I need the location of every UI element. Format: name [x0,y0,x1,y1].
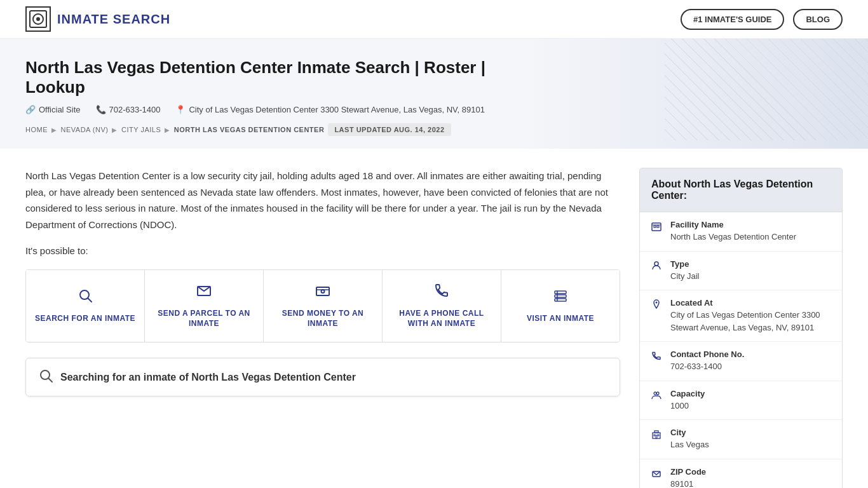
breadcrumb-current: NORTH LAS VEGAS DETENTION CENTER [174,126,325,133]
possible-text: It's possible to: [25,243,620,259]
breadcrumb-sep-3: ▶ [165,126,170,133]
svg-rect-27 [656,435,657,438]
money-icon [315,283,330,302]
action-card-phone-label: HAVE A PHONE CALL WITH AN INMATE [389,308,494,330]
location-info: 📍 City of Las Vegas Detention Center 330… [175,105,484,114]
phone-call-icon [434,283,449,302]
svg-point-19 [654,262,658,266]
svg-rect-24 [654,431,658,433]
last-updated-badge: LAST UPDATED AUG. 14, 2022 [328,123,451,136]
page-title: North Las Vegas Detention Center Inmate … [25,58,534,97]
sidebar-field-capacity: Capacity 1000 [640,381,842,421]
breadcrumb-sep-2: ▶ [112,126,118,133]
svg-rect-17 [657,226,659,227]
sidebar-field-zip: ZIP Code 89101 [640,459,842,489]
sidebar-field-city: City Las Vegas [640,420,842,459]
action-card-search[interactable]: SEARCH FOR AN INMATE [26,270,145,342]
action-card-money[interactable]: SEND MONEY TO AN INMATE [264,270,383,342]
svg-point-22 [656,392,659,395]
sidebar-card: About North Las Vegas Detention Center: … [639,168,843,488]
action-card-phone[interactable]: HAVE A PHONE CALL WITH AN INMATE [383,270,501,342]
type-label: Type [670,259,700,269]
phone-value: 702-633-1400 [670,360,744,373]
location-label: Located At [670,298,831,308]
svg-point-20 [656,302,658,304]
svg-rect-25 [654,435,655,436]
blog-button[interactable]: BLOG [793,9,843,30]
breadcrumb-nevada[interactable]: NEVADA (NV) [61,126,109,133]
action-card-visit[interactable]: VISIT AN INMATE [501,270,620,342]
site-header: INMATE SEARCH #1 INMATE'S GUIDE BLOG [0,0,868,39]
search-icon [78,288,93,307]
action-cards: SEARCH FOR AN INMATE SEND A PARCEL TO AN… [25,269,620,343]
sidebar-field-facility-name: Facility Name North Las Vegas Detention … [640,212,842,252]
main-content: North Las Vegas Detention Center is a lo… [25,168,620,488]
breadcrumb-city-jails[interactable]: CITY JAILS [121,126,161,133]
facility-name-icon [651,221,663,234]
city-label: City [670,428,709,437]
capacity-value: 1000 [670,400,705,412]
action-card-parcel-label: SEND A PARCEL TO AN INMATE [151,308,257,330]
action-card-search-label: SEARCH FOR AN INMATE [35,313,135,324]
sidebar-field-location: Located At City of Las Vegas Detention C… [640,290,842,342]
action-card-parcel[interactable]: SEND A PARCEL TO AN INMATE [145,270,264,342]
header-nav: #1 INMATE'S GUIDE BLOG [681,9,843,30]
hero-background [665,39,868,140]
main-container: North Las Vegas Detention Center is a lo… [0,149,868,488]
hero-section: North Las Vegas Detention Center Inmate … [0,39,868,149]
type-icon [651,261,663,273]
svg-line-4 [88,298,92,302]
logo-text: INMATE SEARCH [57,12,170,27]
sidebar: About North Las Vegas Detention Center: … [639,168,843,488]
location-value: City of Las Vegas Detention Center 3300 … [670,309,831,334]
breadcrumb-home[interactable]: HOME [25,126,48,133]
action-card-visit-label: VISIT AN INMATE [527,313,594,324]
inmates-guide-button[interactable]: #1 INMATE'S GUIDE [681,9,784,30]
city-value: Las Vegas [670,438,709,451]
svg-rect-16 [654,226,656,227]
svg-rect-15 [652,223,661,231]
link-icon: 🔗 [25,105,36,114]
search-bar[interactable]: Searching for an inmate of North Las Veg… [25,358,620,396]
zip-value: 89101 [670,478,706,489]
facility-name-value: North Las Vegas Detention Center [670,231,796,243]
breadcrumb-sep-1: ▶ [51,126,57,133]
svg-line-14 [49,379,53,383]
official-site-link[interactable]: 🔗 Official Site [25,105,81,114]
visit-icon [553,288,568,307]
phone-icon: 📞 [96,105,106,114]
site-logo[interactable]: INMATE SEARCH [25,6,170,32]
capacity-label: Capacity [670,389,705,398]
svg-rect-26 [658,435,659,436]
zip-icon [651,468,663,481]
capacity-icon [651,390,663,403]
city-icon [651,429,663,442]
svg-point-2 [36,17,40,21]
phone-label: Contact Phone No. [670,349,744,359]
svg-rect-10 [555,295,566,297]
facility-name-label: Facility Name [670,220,796,229]
logo-icon [25,6,51,32]
search-bar-text: Searching for an inmate of North Las Veg… [60,372,356,383]
action-card-money-label: SEND MONEY TO AN INMATE [270,308,376,330]
zip-label: ZIP Code [670,467,706,477]
phone-link[interactable]: 📞 702-633-1400 [96,105,161,114]
svg-rect-9 [555,291,566,294]
sidebar-header: About North Las Vegas Detention Center: [640,168,842,212]
sidebar-field-type: Type City Jail [640,252,842,291]
sidebar-field-phone: Contact Phone No. 702-633-1400 [640,342,842,381]
svg-rect-6 [316,287,329,295]
sidebar-phone-icon [651,351,663,363]
location-icon: 📍 [175,105,186,114]
type-value: City Jail [670,270,700,283]
svg-rect-11 [555,299,566,301]
search-bar-icon [39,369,53,386]
location-pin-icon [651,299,663,312]
description-text: North Las Vegas Detention Center is a lo… [25,168,620,233]
parcel-icon [196,283,212,302]
